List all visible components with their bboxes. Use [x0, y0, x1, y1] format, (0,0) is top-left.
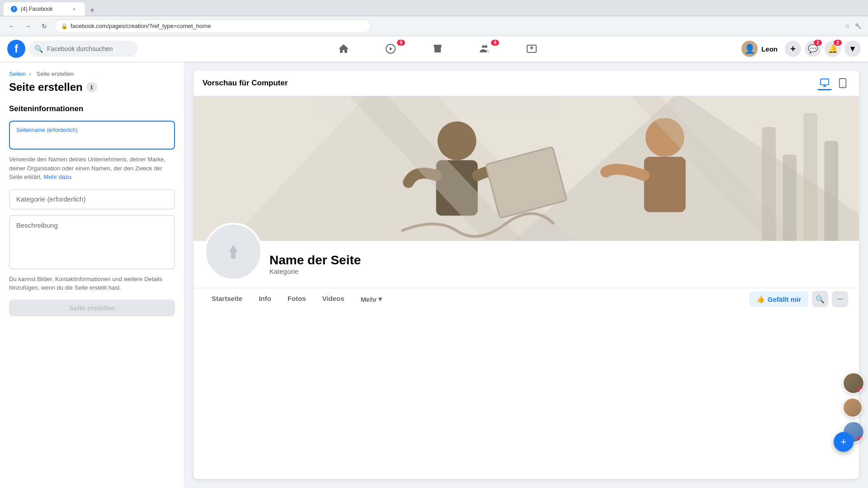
groups-badge: 4	[491, 40, 499, 46]
menu-button[interactable]: ▼	[844, 41, 861, 57]
floating-avatar-badge-3: 2	[858, 436, 863, 442]
refresh-button[interactable]: ↻	[38, 20, 51, 33]
nav-center: 9 4	[137, 38, 738, 60]
tab-close-btn[interactable]: ×	[71, 5, 78, 13]
nav-right: 👤 Leon + 💬 2 🔔 2 ▼	[738, 39, 861, 59]
tab-title: (4) Facebook	[21, 6, 53, 12]
star-icon[interactable]: ☆	[843, 22, 852, 31]
main-content: Seiten › Seite erstellen Seite erstellen…	[0, 61, 868, 488]
description-field[interactable]: Beschreibung	[9, 215, 175, 269]
nav-marketplace[interactable]	[416, 38, 459, 60]
floating-add-button[interactable]: +	[834, 432, 854, 452]
like-button[interactable]: 👍 Gefällt mir	[749, 291, 808, 307]
submit-button[interactable]: Seite erstellen	[9, 300, 175, 316]
svg-point-7	[842, 86, 843, 87]
svg-rect-21	[803, 113, 817, 241]
breadcrumb-current: Seite erstellen	[36, 70, 73, 77]
preview-container: Vorschau für Computer	[193, 70, 859, 479]
nav-gaming[interactable]	[510, 38, 553, 60]
page-name-field[interactable]: Seitenname (erforderlich)	[9, 121, 175, 150]
category-placeholder: Kategorie (erforderlich)	[16, 195, 85, 203]
page-name-label: Seitenname (erforderlich)	[16, 127, 168, 133]
page-title-row: Seite erstellen ℹ	[9, 81, 175, 94]
notifications-badge: 2	[834, 40, 842, 46]
url-bar[interactable]: 🔒 facebook.com/pages/creation/?ref_type=…	[54, 19, 371, 33]
facebook-navbar: f 🔍 Facebook durchsuchen 9 4 �	[0, 36, 868, 61]
breadcrumb-pages-link[interactable]: Seiten	[9, 70, 26, 77]
nav-reels[interactable]: 9	[369, 38, 412, 60]
facebook-logo[interactable]: f	[7, 40, 25, 58]
info-button[interactable]: ℹ	[86, 82, 97, 93]
messenger-badge: 2	[814, 40, 822, 46]
page-title: Seite erstellen	[9, 81, 83, 94]
category-field[interactable]: Kategorie (erforderlich)	[9, 189, 175, 210]
extensions-icon[interactable]: 🔧	[854, 22, 863, 31]
cover-photo	[193, 96, 859, 241]
hint-text-content: Verwende den Namen deines Unternehmens, …	[9, 156, 165, 180]
forward-button[interactable]: →	[22, 20, 34, 33]
new-tab-button[interactable]: +	[87, 5, 98, 16]
back-button[interactable]: ←	[5, 20, 18, 33]
mehr-label: Mehr	[361, 296, 377, 303]
thumbs-up-icon: 👍	[756, 295, 765, 303]
desktop-preview-button[interactable]	[817, 76, 832, 90]
svg-marker-1	[390, 47, 392, 51]
floating-avatar-2[interactable]	[843, 398, 863, 418]
user-name: Leon	[761, 45, 778, 53]
lock-icon: 🔒	[61, 23, 68, 29]
tab-favicon: f	[11, 6, 17, 12]
browser-chrome: f (4) Facebook × +	[0, 0, 868, 16]
page-info: Name der Seite Kategorie	[262, 253, 368, 281]
mobile-preview-button[interactable]	[835, 76, 850, 90]
facebook-search[interactable]: 🔍 Facebook durchsuchen	[29, 41, 137, 57]
breadcrumb: Seiten › Seite erstellen	[9, 70, 175, 77]
tab-videos[interactable]: Videos	[315, 288, 352, 310]
page-profile: Name der Seite Kategorie	[193, 223, 859, 281]
floating-avatar-badge-1: 1	[858, 388, 863, 393]
section-title: Seiteninformationen	[9, 104, 175, 113]
search-placeholder: Facebook durchsuchen	[47, 45, 113, 52]
chevron-down-icon: ▾	[378, 295, 382, 303]
nav-home[interactable]	[322, 38, 365, 60]
user-avatar: 👤	[741, 41, 758, 57]
more-link[interactable]: Mehr dazu	[44, 174, 71, 180]
hint-text: Verwende den Namen deines Unternehmens, …	[9, 155, 175, 182]
messenger-button[interactable]: 💬 2	[805, 41, 821, 57]
more-options-button[interactable]: ···	[832, 291, 848, 307]
svg-point-3	[485, 45, 487, 48]
description-placeholder: Beschreibung	[16, 221, 58, 229]
breadcrumb-separator: ›	[29, 70, 31, 77]
page-name-input[interactable]	[16, 135, 168, 143]
floating-avatar-1[interactable]: 1	[843, 372, 864, 394]
preview-icons	[817, 76, 850, 90]
page-avatar-inner	[215, 234, 251, 270]
page-tab-actions: 👍 Gefällt mir 🔍 ···	[749, 291, 848, 307]
url-text: facebook.com/pages/creation/?ref_type=co…	[71, 23, 211, 29]
tab-fotos[interactable]: Fotos	[280, 288, 313, 310]
search-page-button[interactable]: 🔍	[812, 291, 828, 307]
page-tabs: Startseite Info Fotos Videos Mehr ▾ 👍 Ge…	[193, 288, 859, 310]
browser-tabs: f (4) Facebook × +	[4, 0, 98, 16]
nav-groups[interactable]: 4	[463, 38, 506, 60]
user-profile-button[interactable]: 👤 Leon	[738, 39, 781, 59]
svg-point-11	[438, 122, 476, 160]
bottom-hint: Du kannst Bilder, Kontaktinformationen u…	[9, 275, 175, 292]
right-panel: Vorschau für Computer	[184, 61, 868, 488]
browser-tab-active[interactable]: f (4) Facebook ×	[4, 2, 85, 16]
preview-header: Vorschau für Computer	[193, 70, 859, 96]
url-bar-row: ← → ↻ 🔒 facebook.com/pages/creation/?ref…	[0, 16, 868, 36]
notifications-button[interactable]: 🔔 2	[825, 41, 841, 57]
svg-rect-5	[821, 79, 829, 84]
tab-info[interactable]: Info	[251, 288, 278, 310]
like-label: Gefällt mir	[768, 296, 801, 303]
reels-badge: 9	[397, 40, 405, 46]
tab-mehr[interactable]: Mehr ▾	[354, 288, 390, 310]
left-panel: Seiten › Seite erstellen Seite erstellen…	[0, 61, 184, 488]
svg-point-2	[482, 45, 485, 48]
tab-startseite[interactable]: Startseite	[204, 288, 250, 310]
browser-toolbar: ☆ 🔧	[843, 22, 863, 31]
search-icon: 🔍	[34, 45, 43, 53]
page-avatar	[204, 223, 262, 281]
create-button[interactable]: +	[785, 41, 801, 57]
page-tab-items: Startseite Info Fotos Videos Mehr ▾	[204, 288, 389, 310]
